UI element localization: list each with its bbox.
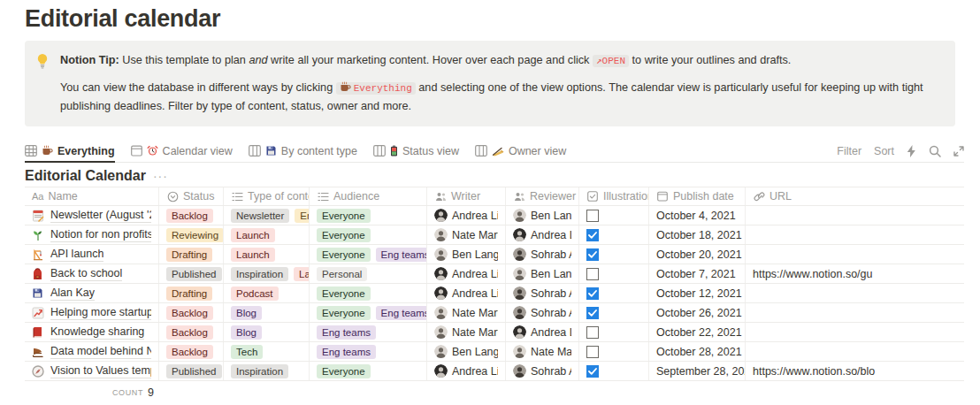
cell-type-of-content[interactable]: Tech xyxy=(224,342,310,361)
cell-name[interactable]: Notion for non profits xyxy=(25,225,159,244)
checkbox-checked[interactable] xyxy=(586,365,599,378)
cell-name[interactable]: Knowledge sharing xyxy=(25,323,159,341)
cell-status[interactable]: Reviewing xyxy=(159,225,224,244)
checkbox-checked[interactable] xyxy=(586,287,599,300)
view-tab-calendar-view[interactable]: Calendar view xyxy=(131,140,233,162)
cell-status[interactable]: Backlog xyxy=(159,206,224,225)
cell-status[interactable]: Drafting xyxy=(159,284,224,302)
cell-type-of-content[interactable]: Blog xyxy=(224,323,310,341)
cell-writer[interactable]: Nate Martins xyxy=(427,323,506,341)
cell-writer[interactable]: Ben Lang xyxy=(427,342,506,361)
cell-reviewer[interactable]: Ben Lang xyxy=(506,264,579,283)
cell-status[interactable]: Drafting xyxy=(159,245,224,264)
lightning-icon[interactable] xyxy=(907,145,916,157)
cell-name[interactable]: Helping more startups xyxy=(25,303,159,322)
cell-writer[interactable]: Andrea Lim xyxy=(427,264,506,283)
checkbox-checked[interactable] xyxy=(586,307,599,319)
cell-name[interactable]: Back to school xyxy=(25,264,159,283)
cell-publish-date[interactable]: October 22, 2021 xyxy=(649,323,746,341)
view-tab-everything[interactable]: Everything xyxy=(25,140,115,162)
column-header-status[interactable]: Status xyxy=(159,187,224,205)
person-name: Andrea Lim xyxy=(452,268,498,280)
cell-publish-date[interactable]: October 28, 2021 xyxy=(649,342,746,361)
cell-audience[interactable]: Eng teams xyxy=(310,342,427,361)
cell-audience[interactable]: EveryoneEng teams xyxy=(310,303,427,322)
column-header-reviewer[interactable]: Reviewer xyxy=(506,187,579,205)
cell-audience[interactable]: Eng teams xyxy=(310,323,427,341)
checkbox-unchecked[interactable] xyxy=(586,326,599,339)
checkbox-checked[interactable] xyxy=(586,229,599,241)
cell-status[interactable]: Published xyxy=(159,264,224,283)
cell-type-of-content[interactable]: InspirationLaunch xyxy=(224,264,310,283)
column-header-audience[interactable]: Audience xyxy=(310,187,427,205)
cell-audience[interactable]: Personal xyxy=(310,264,427,283)
cell-audience[interactable]: EveryoneEng teams xyxy=(310,245,427,264)
cell-name[interactable]: Newsletter (August '21) xyxy=(25,206,159,225)
cell-publish-date[interactable]: October 7, 2021 xyxy=(649,264,746,283)
cell-writer[interactable]: Nate Martins xyxy=(427,225,506,244)
cell-publish-date[interactable]: October 20, 2021 xyxy=(649,245,746,264)
cell-type-of-content[interactable]: Podcast xyxy=(224,284,310,302)
cell-name[interactable]: API launch xyxy=(25,245,159,264)
cell-writer[interactable]: Andrea Lim xyxy=(427,206,506,225)
cell-url[interactable]: https://www.notion.so/blo xyxy=(746,362,964,380)
sort-button[interactable]: Sort xyxy=(874,145,894,157)
checkbox-unchecked[interactable] xyxy=(586,346,599,358)
cell-reviewer[interactable]: Ben Lang xyxy=(506,206,579,225)
cell-reviewer[interactable]: Sohrab Amin xyxy=(506,362,579,380)
cell-status[interactable]: Backlog xyxy=(159,323,224,341)
cell-reviewer[interactable]: Nate Martins xyxy=(506,342,579,361)
cell-type-of-content[interactable]: Launch xyxy=(224,225,310,244)
cell-name[interactable]: Data model behind Notion's flexib xyxy=(25,342,159,361)
filter-button[interactable]: Filter xyxy=(837,145,861,157)
cell-audience[interactable]: Everyone xyxy=(310,362,427,380)
cell-publish-date[interactable]: September 28, 2021 xyxy=(649,362,746,380)
search-icon[interactable] xyxy=(929,145,941,157)
cell-publish-date[interactable]: October 4, 2021 xyxy=(649,206,746,225)
person-sohrab-amin: Sohrab Amin xyxy=(513,364,571,378)
expand-icon[interactable] xyxy=(953,146,964,157)
cell-audience[interactable]: Everyone xyxy=(310,284,427,302)
cell-publish-date[interactable]: October 26, 2021 xyxy=(649,303,746,322)
cell-type-of-content[interactable]: NewsletterEmail xyxy=(224,206,310,225)
column-header-url[interactable]: URL xyxy=(746,187,964,205)
tag-eng-teams: Eng teams xyxy=(376,248,427,262)
cell-type-of-content[interactable]: Blog xyxy=(224,303,310,322)
checkbox-checked[interactable] xyxy=(586,248,599,261)
cell-reviewer[interactable]: Sohrab Amin xyxy=(506,303,579,322)
column-header-date[interactable]: Publish date xyxy=(649,187,746,205)
cell-type-of-content[interactable]: Launch xyxy=(224,245,310,264)
view-tab-status-view[interactable]: Status view xyxy=(373,140,459,162)
cell-audience[interactable]: Everyone xyxy=(310,225,427,244)
cell-status[interactable]: Backlog xyxy=(159,303,224,322)
cell-reviewer[interactable]: Sohrab Amin xyxy=(506,245,579,264)
avatar xyxy=(513,345,526,358)
database-menu-button[interactable]: ··· xyxy=(153,169,168,183)
column-header-name[interactable]: AaName xyxy=(25,187,159,205)
cell-publish-date[interactable]: October 18, 2021 xyxy=(649,225,746,244)
cell-writer[interactable]: Nate Martins xyxy=(427,303,506,322)
checkbox-unchecked[interactable] xyxy=(586,268,599,280)
view-tab-by-content-type[interactable]: By content type xyxy=(249,140,357,162)
cell-name[interactable]: Vision to Values template xyxy=(25,362,159,380)
publish-date-value: September 28, 2021 xyxy=(656,365,746,378)
cell-name[interactable]: Alan Kay xyxy=(25,284,159,302)
cell-writer[interactable]: Andrea Lim xyxy=(427,284,506,302)
cell-reviewer[interactable]: Sohrab Amin xyxy=(506,284,579,302)
column-header-type[interactable]: Type of content xyxy=(224,187,310,205)
checkbox-unchecked[interactable] xyxy=(586,210,599,222)
cell-type-of-content[interactable]: Inspiration xyxy=(224,362,310,380)
column-header-illus[interactable]: Illustrations xyxy=(579,187,649,205)
cell-reviewer[interactable]: Andrea Lim xyxy=(506,225,579,244)
cell-publish-date[interactable]: October 12, 2021 xyxy=(649,284,746,302)
column-header-writer[interactable]: Writer xyxy=(427,187,506,205)
cell-url[interactable]: https://www.notion.so/gu xyxy=(746,264,964,283)
cell-writer[interactable]: Ben Lang xyxy=(427,245,506,264)
cell-writer[interactable]: Andrea Lim xyxy=(427,362,506,380)
cell-audience[interactable]: Everyone xyxy=(310,206,427,225)
view-tab-owner-view[interactable]: Owner view xyxy=(475,140,566,162)
cell-status[interactable]: Published xyxy=(159,362,224,380)
cell-reviewer[interactable]: Andrea Lim xyxy=(506,323,579,341)
cell-status[interactable]: Backlog xyxy=(159,342,224,361)
publish-date-value: October 22, 2021 xyxy=(656,326,742,339)
